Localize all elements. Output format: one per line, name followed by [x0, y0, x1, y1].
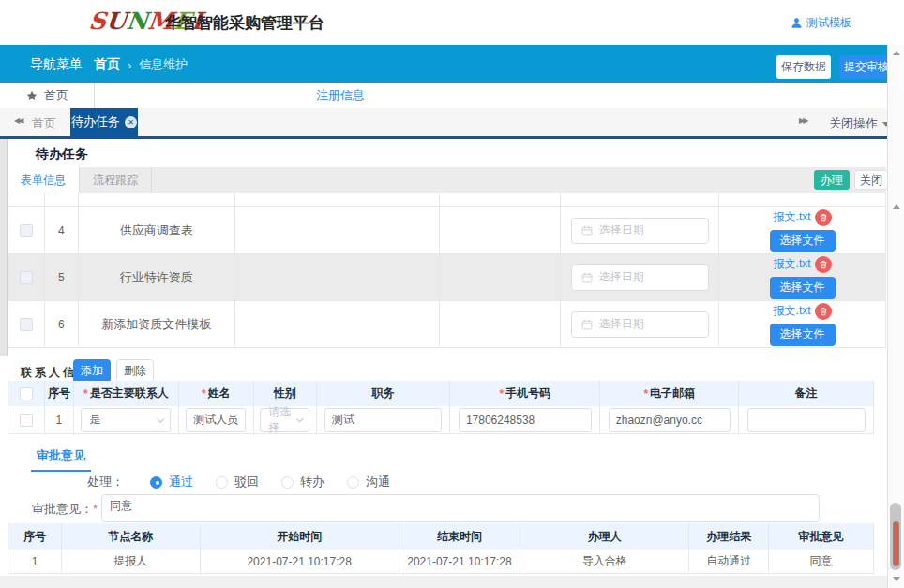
choose-file-button[interactable]: 选择文件 [770, 230, 836, 252]
qualification-doc-table: 4 供应商调查表 选择日期 报文.txt 选择文件 5 行业特许资质 选择日期 [8, 193, 886, 348]
top-navbar: 导航菜单 首页 › 信息维护 [0, 45, 904, 83]
tab-close-icon[interactable]: ✕ [125, 116, 137, 128]
doc-name: 新添加资质文件模板 [101, 316, 211, 333]
calendar-icon [581, 272, 593, 283]
uploaded-file-link[interactable]: 报文.txt [774, 303, 811, 319]
uploaded-file-link[interactable]: 报文.txt [774, 209, 811, 225]
gender-placeholder: 请选择 [268, 404, 296, 436]
date-picker-input[interactable]: 选择日期 [571, 218, 709, 244]
cell-start-time: 2021-07-21 10:17:28 [201, 550, 399, 573]
contact-name-input[interactable] [186, 408, 246, 432]
col-header: 结束时间 [399, 523, 521, 550]
cell-num: 1 [8, 550, 62, 573]
col-header: 序号 [48, 385, 70, 401]
tab-home[interactable]: 首页 [32, 115, 56, 132]
contacts-table-header: 序号 *是否主要联系人 *姓名 性别 职务 *手机号码 *电子邮箱 备注 [8, 381, 874, 406]
save-data-button[interactable]: 保存数据 [776, 55, 831, 79]
calendar-icon [581, 225, 593, 236]
tab-todo-active[interactable]: 待办任务 ✕ [70, 108, 138, 136]
col-header: 审批意见 [769, 523, 874, 550]
col-header: 职务 [372, 385, 395, 401]
radio-label: 沟通 [366, 474, 390, 490]
col-header: 开始时间 [201, 523, 399, 550]
register-info-link[interactable]: 注册信息 [316, 87, 365, 104]
scrollbar-inner-thumb[interactable] [893, 521, 899, 566]
required-mark: * [93, 502, 98, 516]
date-picker-input[interactable]: 选择日期 [571, 264, 709, 291]
row-checkbox[interactable] [20, 271, 33, 284]
required-mark: * [643, 387, 648, 400]
row-checkbox[interactable] [20, 414, 33, 427]
col-header: 电子邮箱 [650, 385, 695, 401]
scroll-up-icon[interactable] [893, 204, 900, 209]
doc-name: 行业特许资质 [120, 269, 193, 286]
chevron-down-icon [158, 415, 165, 422]
delete-file-button[interactable] [815, 256, 832, 273]
footer-strip [0, 576, 887, 588]
delete-file-button[interactable] [815, 303, 832, 320]
row-checkbox[interactable] [20, 318, 33, 331]
breadcrumb-separator: › [128, 58, 131, 72]
radio-label: 通过 [169, 474, 193, 490]
history-table-row: 1 提报人 2021-07-21 10:17:28 2021-07-21 10:… [8, 550, 874, 574]
submit-review-button[interactable]: 提交审核 [839, 55, 894, 79]
user-menu[interactable]: 测试模板 [791, 15, 851, 31]
remark-input[interactable] [747, 408, 866, 432]
radio-transfer[interactable]: 转办 [281, 474, 324, 490]
delete-contact-button[interactable]: 删除 [116, 359, 154, 383]
page-title: 华智智能采购管理平台 [165, 12, 324, 34]
col-header: 是否主要联系人 [90, 385, 169, 401]
radio-reject[interactable]: 驳回 [216, 474, 259, 490]
chevron-down-icon [296, 415, 304, 422]
duty-input[interactable] [324, 408, 442, 432]
handle-button[interactable]: 办理 [814, 170, 850, 190]
choose-file-button[interactable]: 选择文件 [770, 324, 836, 346]
radio-selected-icon [150, 476, 162, 489]
close-operations-dropdown[interactable]: 关闭操作 [829, 115, 890, 132]
uploaded-file-link[interactable]: 报文.txt [774, 256, 811, 272]
primary-contact-value: 是 [89, 412, 100, 428]
window-tabbar: ◀◀ 首页 待办任务 ✕ ▶▶ 关闭操作 [0, 108, 904, 139]
required-mark: * [83, 387, 88, 400]
star-icon [26, 90, 38, 101]
scroll-tabs-right-icon[interactable]: ▶▶ [799, 116, 806, 125]
close-operations-label: 关闭操作 [829, 115, 878, 132]
trash-icon [819, 307, 828, 316]
table-row-clipped [8, 193, 886, 207]
history-table-header: 序号 节点名称 开始时间 结束时间 办理人 办理结果 审批意见 [8, 523, 874, 550]
nav-menu-toggle[interactable]: 导航菜单 [30, 56, 83, 73]
panel-close-button[interactable]: 关闭 [854, 170, 888, 190]
vertical-scrollbar[interactable] [887, 45, 904, 588]
cell-result: 自动通过 [689, 550, 769, 573]
radio-communicate[interactable]: 沟通 [347, 474, 390, 490]
subtab-flow-track[interactable]: 流程跟踪 [80, 167, 152, 193]
add-contact-button[interactable]: 添加 [73, 359, 111, 383]
select-all-checkbox[interactable] [20, 387, 33, 400]
row-checkbox[interactable] [20, 224, 33, 237]
row-number: 1 [56, 414, 63, 427]
scroll-tabs-left-icon[interactable]: ◀◀ [14, 116, 22, 125]
date-picker-input[interactable]: 选择日期 [571, 311, 709, 338]
email-input[interactable] [609, 408, 731, 432]
sidebar-item-home[interactable]: 首页 [26, 87, 68, 104]
breadcrumb-home[interactable]: 首页 [94, 56, 120, 73]
radio-label: 驳回 [234, 474, 259, 490]
choose-file-button[interactable]: 选择文件 [770, 277, 836, 299]
app-header: SUNMEI 华智智能采购管理平台 测试模板 [0, 0, 904, 45]
cell-node-name: 提报人 [62, 550, 201, 573]
phone-input[interactable] [459, 408, 592, 432]
col-header: 节点名称 [62, 523, 201, 550]
table-row: 4 供应商调查表 选择日期 报文.txt 选择文件 [8, 207, 886, 254]
user-icon [791, 17, 803, 29]
radio-label: 转办 [300, 474, 324, 490]
scroll-up-icon[interactable] [893, 51, 900, 55]
date-placeholder: 选择日期 [599, 316, 644, 332]
col-header: 姓名 [208, 385, 231, 401]
opinion-textarea[interactable]: 同意 [101, 494, 820, 522]
delete-file-button[interactable] [815, 209, 832, 226]
scroll-down-icon[interactable] [893, 577, 900, 581]
subtab-form-info[interactable]: 表单信息 [8, 167, 80, 193]
radio-pass[interactable]: 通过 [150, 474, 193, 490]
gender-select[interactable]: 请选择 [260, 408, 309, 432]
primary-contact-select[interactable]: 是 [81, 408, 171, 432]
